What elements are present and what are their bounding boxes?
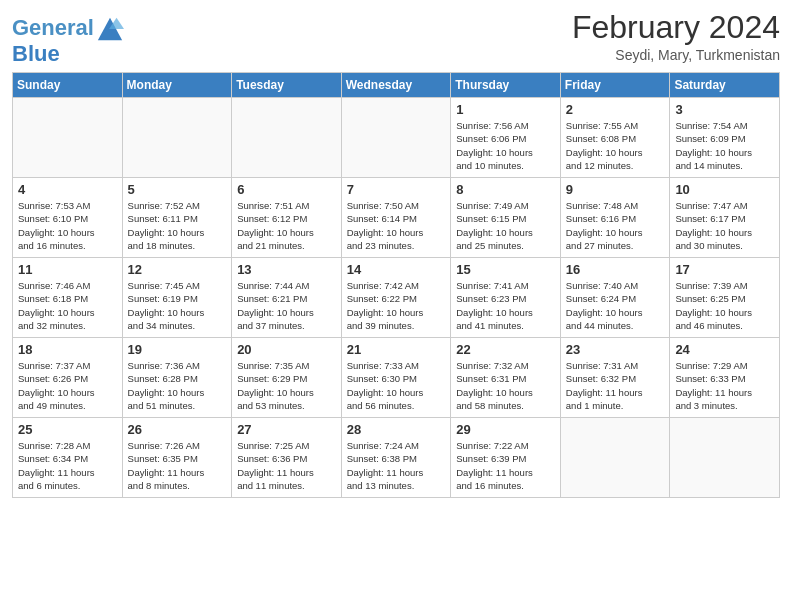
day-number: 26 xyxy=(128,422,227,437)
calendar-cell: 16Sunrise: 7:40 AM Sunset: 6:24 PM Dayli… xyxy=(560,258,670,338)
calendar-cell xyxy=(560,418,670,498)
day-info: Sunrise: 7:37 AM Sunset: 6:26 PM Dayligh… xyxy=(18,359,117,412)
calendar-cell: 29Sunrise: 7:22 AM Sunset: 6:39 PM Dayli… xyxy=(451,418,561,498)
day-info: Sunrise: 7:47 AM Sunset: 6:17 PM Dayligh… xyxy=(675,199,774,252)
day-number: 8 xyxy=(456,182,555,197)
calendar-cell: 9Sunrise: 7:48 AM Sunset: 6:16 PM Daylig… xyxy=(560,178,670,258)
day-info: Sunrise: 7:42 AM Sunset: 6:22 PM Dayligh… xyxy=(347,279,446,332)
day-info: Sunrise: 7:40 AM Sunset: 6:24 PM Dayligh… xyxy=(566,279,665,332)
day-number: 1 xyxy=(456,102,555,117)
calendar-cell: 12Sunrise: 7:45 AM Sunset: 6:19 PM Dayli… xyxy=(122,258,232,338)
day-number: 22 xyxy=(456,342,555,357)
day-number: 2 xyxy=(566,102,665,117)
calendar-cell: 3Sunrise: 7:54 AM Sunset: 6:09 PM Daylig… xyxy=(670,98,780,178)
day-number: 13 xyxy=(237,262,336,277)
title-block: February 2024 Seydi, Mary, Turkmenistan xyxy=(572,10,780,63)
day-header-sunday: Sunday xyxy=(13,73,123,98)
day-info: Sunrise: 7:46 AM Sunset: 6:18 PM Dayligh… xyxy=(18,279,117,332)
calendar-cell: 7Sunrise: 7:50 AM Sunset: 6:14 PM Daylig… xyxy=(341,178,451,258)
day-number: 18 xyxy=(18,342,117,357)
logo-text: General xyxy=(12,16,94,40)
calendar-cell: 10Sunrise: 7:47 AM Sunset: 6:17 PM Dayli… xyxy=(670,178,780,258)
day-number: 14 xyxy=(347,262,446,277)
day-number: 7 xyxy=(347,182,446,197)
logo: General Blue xyxy=(12,14,124,66)
day-number: 28 xyxy=(347,422,446,437)
day-number: 29 xyxy=(456,422,555,437)
day-header-tuesday: Tuesday xyxy=(232,73,342,98)
calendar-cell: 15Sunrise: 7:41 AM Sunset: 6:23 PM Dayli… xyxy=(451,258,561,338)
day-info: Sunrise: 7:48 AM Sunset: 6:16 PM Dayligh… xyxy=(566,199,665,252)
day-info: Sunrise: 7:55 AM Sunset: 6:08 PM Dayligh… xyxy=(566,119,665,172)
page-container: General Blue February 2024 Seydi, Mary, … xyxy=(0,0,792,506)
calendar-cell: 24Sunrise: 7:29 AM Sunset: 6:33 PM Dayli… xyxy=(670,338,780,418)
day-info: Sunrise: 7:22 AM Sunset: 6:39 PM Dayligh… xyxy=(456,439,555,492)
day-info: Sunrise: 7:36 AM Sunset: 6:28 PM Dayligh… xyxy=(128,359,227,412)
day-number: 6 xyxy=(237,182,336,197)
calendar-cell: 1Sunrise: 7:56 AM Sunset: 6:06 PM Daylig… xyxy=(451,98,561,178)
calendar-cell: 25Sunrise: 7:28 AM Sunset: 6:34 PM Dayli… xyxy=(13,418,123,498)
day-number: 3 xyxy=(675,102,774,117)
day-info: Sunrise: 7:54 AM Sunset: 6:09 PM Dayligh… xyxy=(675,119,774,172)
day-info: Sunrise: 7:51 AM Sunset: 6:12 PM Dayligh… xyxy=(237,199,336,252)
calendar-cell xyxy=(13,98,123,178)
calendar-cell: 28Sunrise: 7:24 AM Sunset: 6:38 PM Dayli… xyxy=(341,418,451,498)
calendar-table: SundayMondayTuesdayWednesdayThursdayFrid… xyxy=(12,72,780,498)
day-info: Sunrise: 7:45 AM Sunset: 6:19 PM Dayligh… xyxy=(128,279,227,332)
day-info: Sunrise: 7:52 AM Sunset: 6:11 PM Dayligh… xyxy=(128,199,227,252)
day-header-friday: Friday xyxy=(560,73,670,98)
day-number: 24 xyxy=(675,342,774,357)
calendar-cell: 20Sunrise: 7:35 AM Sunset: 6:29 PM Dayli… xyxy=(232,338,342,418)
calendar-cell: 11Sunrise: 7:46 AM Sunset: 6:18 PM Dayli… xyxy=(13,258,123,338)
day-info: Sunrise: 7:26 AM Sunset: 6:35 PM Dayligh… xyxy=(128,439,227,492)
calendar-cell: 26Sunrise: 7:26 AM Sunset: 6:35 PM Dayli… xyxy=(122,418,232,498)
calendar-cell: 23Sunrise: 7:31 AM Sunset: 6:32 PM Dayli… xyxy=(560,338,670,418)
day-info: Sunrise: 7:25 AM Sunset: 6:36 PM Dayligh… xyxy=(237,439,336,492)
calendar-cell: 8Sunrise: 7:49 AM Sunset: 6:15 PM Daylig… xyxy=(451,178,561,258)
day-info: Sunrise: 7:53 AM Sunset: 6:10 PM Dayligh… xyxy=(18,199,117,252)
calendar-cell: 14Sunrise: 7:42 AM Sunset: 6:22 PM Dayli… xyxy=(341,258,451,338)
day-number: 10 xyxy=(675,182,774,197)
day-info: Sunrise: 7:39 AM Sunset: 6:25 PM Dayligh… xyxy=(675,279,774,332)
calendar-cell xyxy=(232,98,342,178)
day-number: 11 xyxy=(18,262,117,277)
day-number: 5 xyxy=(128,182,227,197)
day-info: Sunrise: 7:49 AM Sunset: 6:15 PM Dayligh… xyxy=(456,199,555,252)
day-header-monday: Monday xyxy=(122,73,232,98)
calendar-week-row: 4Sunrise: 7:53 AM Sunset: 6:10 PM Daylig… xyxy=(13,178,780,258)
calendar-week-row: 11Sunrise: 7:46 AM Sunset: 6:18 PM Dayli… xyxy=(13,258,780,338)
calendar-cell xyxy=(670,418,780,498)
calendar-cell: 2Sunrise: 7:55 AM Sunset: 6:08 PM Daylig… xyxy=(560,98,670,178)
day-number: 21 xyxy=(347,342,446,357)
logo-line2: Blue xyxy=(12,42,124,66)
day-number: 4 xyxy=(18,182,117,197)
subtitle: Seydi, Mary, Turkmenistan xyxy=(572,47,780,63)
day-number: 27 xyxy=(237,422,336,437)
day-info: Sunrise: 7:24 AM Sunset: 6:38 PM Dayligh… xyxy=(347,439,446,492)
calendar-week-row: 1Sunrise: 7:56 AM Sunset: 6:06 PM Daylig… xyxy=(13,98,780,178)
day-info: Sunrise: 7:35 AM Sunset: 6:29 PM Dayligh… xyxy=(237,359,336,412)
calendar-cell: 27Sunrise: 7:25 AM Sunset: 6:36 PM Dayli… xyxy=(232,418,342,498)
main-title: February 2024 xyxy=(572,10,780,45)
day-info: Sunrise: 7:29 AM Sunset: 6:33 PM Dayligh… xyxy=(675,359,774,412)
calendar-week-row: 18Sunrise: 7:37 AM Sunset: 6:26 PM Dayli… xyxy=(13,338,780,418)
day-info: Sunrise: 7:32 AM Sunset: 6:31 PM Dayligh… xyxy=(456,359,555,412)
day-number: 17 xyxy=(675,262,774,277)
day-number: 9 xyxy=(566,182,665,197)
calendar-cell: 22Sunrise: 7:32 AM Sunset: 6:31 PM Dayli… xyxy=(451,338,561,418)
calendar-cell: 19Sunrise: 7:36 AM Sunset: 6:28 PM Dayli… xyxy=(122,338,232,418)
calendar-cell: 21Sunrise: 7:33 AM Sunset: 6:30 PM Dayli… xyxy=(341,338,451,418)
day-number: 25 xyxy=(18,422,117,437)
day-number: 20 xyxy=(237,342,336,357)
calendar-header-row: SundayMondayTuesdayWednesdayThursdayFrid… xyxy=(13,73,780,98)
calendar-cell xyxy=(122,98,232,178)
calendar-cell: 5Sunrise: 7:52 AM Sunset: 6:11 PM Daylig… xyxy=(122,178,232,258)
day-info: Sunrise: 7:28 AM Sunset: 6:34 PM Dayligh… xyxy=(18,439,117,492)
calendar-week-row: 25Sunrise: 7:28 AM Sunset: 6:34 PM Dayli… xyxy=(13,418,780,498)
day-header-saturday: Saturday xyxy=(670,73,780,98)
calendar-cell: 13Sunrise: 7:44 AM Sunset: 6:21 PM Dayli… xyxy=(232,258,342,338)
day-info: Sunrise: 7:44 AM Sunset: 6:21 PM Dayligh… xyxy=(237,279,336,332)
calendar-cell: 17Sunrise: 7:39 AM Sunset: 6:25 PM Dayli… xyxy=(670,258,780,338)
logo-icon xyxy=(96,14,124,42)
day-number: 16 xyxy=(566,262,665,277)
